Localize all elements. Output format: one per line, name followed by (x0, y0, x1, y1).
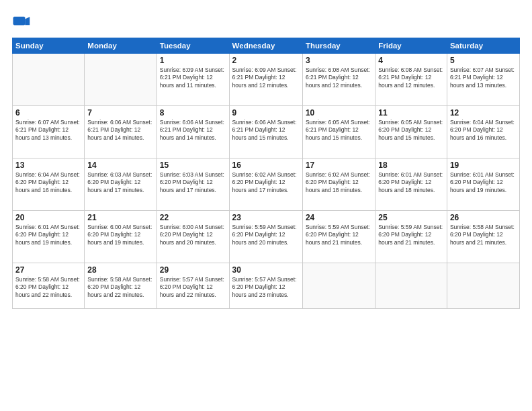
day-info: Sunrise: 5:59 AM Sunset: 6:20 PM Dayligh… (232, 224, 300, 246)
day-number: 19 (450, 161, 517, 170)
calendar-cell: 17Sunrise: 6:02 AM Sunset: 6:20 PM Dayli… (302, 158, 375, 211)
logo (12, 12, 32, 31)
day-info: Sunrise: 5:58 AM Sunset: 6:20 PM Dayligh… (450, 224, 517, 246)
calendar-cell: 25Sunrise: 5:59 AM Sunset: 6:20 PM Dayli… (375, 211, 447, 263)
calendar-cell: 10Sunrise: 6:05 AM Sunset: 6:21 PM Dayli… (302, 106, 375, 158)
day-number: 17 (306, 161, 372, 170)
day-number: 20 (15, 213, 81, 222)
day-number: 5 (450, 56, 517, 65)
calendar-cell: 14Sunrise: 6:03 AM Sunset: 6:20 PM Dayli… (85, 158, 157, 211)
calendar-cell: 3Sunrise: 6:08 AM Sunset: 6:21 PM Daylig… (302, 54, 375, 106)
calendar-cell: 30Sunrise: 5:57 AM Sunset: 6:20 PM Dayli… (229, 263, 302, 309)
day-header-thursday: Thursday (302, 38, 375, 54)
day-info: Sunrise: 6:01 AM Sunset: 6:20 PM Dayligh… (15, 224, 81, 246)
day-info: Sunrise: 6:05 AM Sunset: 6:20 PM Dayligh… (378, 119, 444, 142)
calendar-cell: 7Sunrise: 6:06 AM Sunset: 6:21 PM Daylig… (85, 106, 157, 158)
day-number: 26 (450, 213, 517, 222)
day-info: Sunrise: 5:58 AM Sunset: 6:20 PM Dayligh… (87, 276, 154, 299)
calendar-cell: 23Sunrise: 5:59 AM Sunset: 6:20 PM Dayli… (229, 211, 302, 263)
day-info: Sunrise: 6:04 AM Sunset: 6:20 PM Dayligh… (450, 119, 517, 142)
day-info: Sunrise: 5:59 AM Sunset: 6:20 PM Dayligh… (378, 224, 444, 246)
day-number: 9 (232, 108, 300, 118)
day-number: 7 (87, 108, 154, 118)
day-number: 27 (15, 265, 81, 275)
calendar-cell: 19Sunrise: 6:01 AM Sunset: 6:20 PM Dayli… (447, 158, 519, 211)
day-info: Sunrise: 5:57 AM Sunset: 6:20 PM Dayligh… (160, 276, 226, 299)
calendar-cell (85, 54, 157, 106)
day-info: Sunrise: 6:07 AM Sunset: 6:21 PM Dayligh… (15, 119, 81, 142)
day-number: 6 (15, 108, 81, 118)
calendar-cell (447, 263, 519, 309)
day-number: 25 (378, 213, 444, 222)
day-number: 14 (87, 161, 154, 170)
day-number: 21 (87, 213, 154, 222)
calendar-cell: 12Sunrise: 6:04 AM Sunset: 6:20 PM Dayli… (447, 106, 519, 158)
calendar-cell: 13Sunrise: 6:04 AM Sunset: 6:20 PM Dayli… (13, 158, 85, 211)
calendar-cell: 6Sunrise: 6:07 AM Sunset: 6:21 PM Daylig… (13, 106, 85, 158)
calendar-cell: 2Sunrise: 6:09 AM Sunset: 6:21 PM Daylig… (229, 54, 302, 106)
calendar-cell: 20Sunrise: 6:01 AM Sunset: 6:20 PM Dayli… (13, 211, 85, 263)
calendar-cell (13, 54, 85, 106)
calendar-cell: 15Sunrise: 6:03 AM Sunset: 6:20 PM Dayli… (157, 158, 229, 211)
calendar-cell: 24Sunrise: 5:59 AM Sunset: 6:20 PM Dayli… (302, 211, 375, 263)
calendar-cell: 26Sunrise: 5:58 AM Sunset: 6:20 PM Dayli… (447, 211, 519, 263)
day-number: 29 (160, 265, 226, 275)
day-info: Sunrise: 6:09 AM Sunset: 6:21 PM Dayligh… (232, 66, 300, 89)
calendar-cell: 27Sunrise: 5:58 AM Sunset: 6:20 PM Dayli… (13, 263, 85, 309)
day-header-sunday: Sunday (13, 38, 85, 54)
day-number: 11 (378, 108, 444, 118)
day-info: Sunrise: 6:06 AM Sunset: 6:21 PM Dayligh… (87, 119, 154, 142)
day-info: Sunrise: 6:08 AM Sunset: 6:21 PM Dayligh… (306, 66, 372, 89)
day-info: Sunrise: 6:03 AM Sunset: 6:20 PM Dayligh… (87, 171, 154, 194)
day-info: Sunrise: 6:06 AM Sunset: 6:21 PM Dayligh… (160, 119, 226, 142)
day-info: Sunrise: 6:08 AM Sunset: 6:21 PM Dayligh… (378, 66, 444, 89)
svg-rect-0 (13, 17, 26, 25)
day-info: Sunrise: 6:09 AM Sunset: 6:21 PM Dayligh… (160, 66, 226, 89)
day-info: Sunrise: 5:57 AM Sunset: 6:20 PM Dayligh… (232, 276, 300, 299)
day-number: 4 (378, 56, 444, 65)
day-number: 24 (306, 213, 372, 222)
day-header-monday: Monday (85, 38, 157, 54)
day-number: 12 (450, 108, 517, 118)
day-number: 2 (232, 56, 300, 65)
calendar-table: SundayMondayTuesdayWednesdayThursdayFrid… (12, 38, 520, 309)
calendar-cell: 22Sunrise: 6:00 AM Sunset: 6:20 PM Dayli… (157, 211, 229, 263)
day-header-saturday: Saturday (447, 38, 519, 54)
day-info: Sunrise: 6:06 AM Sunset: 6:21 PM Dayligh… (232, 119, 300, 142)
calendar-cell (302, 263, 375, 309)
day-info: Sunrise: 6:04 AM Sunset: 6:20 PM Dayligh… (15, 171, 81, 194)
day-info: Sunrise: 6:03 AM Sunset: 6:20 PM Dayligh… (160, 171, 226, 194)
day-header-tuesday: Tuesday (157, 38, 229, 54)
day-number: 3 (306, 56, 372, 65)
calendar-cell: 28Sunrise: 5:58 AM Sunset: 6:20 PM Dayli… (85, 263, 157, 309)
calendar-cell: 16Sunrise: 6:02 AM Sunset: 6:20 PM Dayli… (229, 158, 302, 211)
calendar-cell: 18Sunrise: 6:01 AM Sunset: 6:20 PM Dayli… (375, 158, 447, 211)
calendar-cell: 29Sunrise: 5:57 AM Sunset: 6:20 PM Dayli… (157, 263, 229, 309)
logo-icon (12, 12, 31, 31)
calendar-cell: 4Sunrise: 6:08 AM Sunset: 6:21 PM Daylig… (375, 54, 447, 106)
day-header-wednesday: Wednesday (229, 38, 302, 54)
day-number: 28 (87, 265, 154, 275)
day-info: Sunrise: 6:00 AM Sunset: 6:20 PM Dayligh… (160, 224, 226, 246)
calendar-header-row: SundayMondayTuesdayWednesdayThursdayFrid… (13, 38, 520, 54)
day-number: 30 (232, 265, 300, 275)
calendar-cell: 1Sunrise: 6:09 AM Sunset: 6:21 PM Daylig… (157, 54, 229, 106)
calendar-cell (375, 263, 447, 309)
day-header-friday: Friday (375, 38, 447, 54)
day-number: 23 (232, 213, 300, 222)
day-info: Sunrise: 5:59 AM Sunset: 6:20 PM Dayligh… (306, 224, 372, 246)
day-number: 22 (160, 213, 226, 222)
day-info: Sunrise: 6:00 AM Sunset: 6:20 PM Dayligh… (87, 224, 154, 246)
day-info: Sunrise: 6:05 AM Sunset: 6:21 PM Dayligh… (306, 119, 372, 142)
calendar-body: 1Sunrise: 6:09 AM Sunset: 6:21 PM Daylig… (13, 54, 520, 309)
day-number: 16 (232, 161, 300, 170)
calendar-cell: 8Sunrise: 6:06 AM Sunset: 6:21 PM Daylig… (157, 106, 229, 158)
day-number: 8 (160, 108, 226, 118)
day-info: Sunrise: 6:01 AM Sunset: 6:20 PM Dayligh… (450, 171, 517, 194)
day-number: 13 (15, 161, 81, 170)
day-number: 15 (160, 161, 226, 170)
day-info: Sunrise: 6:02 AM Sunset: 6:20 PM Dayligh… (306, 171, 372, 194)
calendar-cell: 11Sunrise: 6:05 AM Sunset: 6:20 PM Dayli… (375, 106, 447, 158)
calendar-cell: 21Sunrise: 6:00 AM Sunset: 6:20 PM Dayli… (85, 211, 157, 263)
day-number: 10 (306, 108, 372, 118)
